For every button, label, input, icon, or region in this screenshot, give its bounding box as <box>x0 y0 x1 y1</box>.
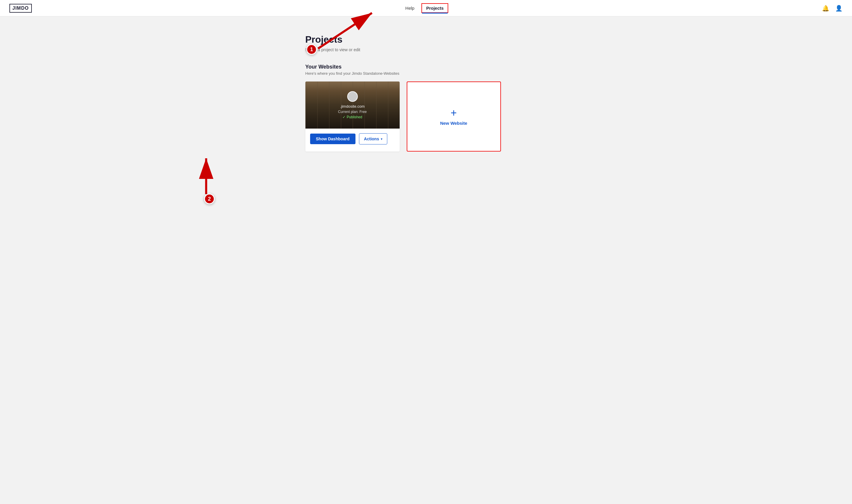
nav-projects[interactable]: Projects <box>421 3 448 13</box>
user-icon[interactable]: 👤 <box>835 5 842 12</box>
header-icons: 🔔 👤 <box>822 5 842 12</box>
chevron-down-icon: ▾ <box>381 138 382 141</box>
card-status: ✓ Published <box>343 115 362 119</box>
logo[interactable]: JIMDO <box>10 4 32 13</box>
plus-icon: + <box>451 108 457 118</box>
section-title: Your Websites <box>306 64 547 70</box>
card-thumbnail: .jimdosite.com Current plan: Free ✓ Publ… <box>306 82 400 129</box>
app-header: JIMDO Help Projects 🔔 👤 <box>0 0 852 17</box>
actions-button[interactable]: Actions ▾ <box>359 133 387 144</box>
header-nav: Help Projects <box>405 3 448 13</box>
websites-grid: .jimdosite.com Current plan: Free ✓ Publ… <box>306 82 547 151</box>
new-website-card[interactable]: + New Website <box>407 82 501 151</box>
page-title: Projects <box>306 34 547 45</box>
card-plan: Current plan: Free <box>338 110 367 114</box>
nav-help[interactable]: Help <box>405 5 414 11</box>
card-avatar <box>347 91 358 102</box>
card-domain: .jimdosite.com <box>340 104 365 109</box>
section-subtitle: Here's where you find your Jimdo Standal… <box>306 71 547 76</box>
website-card: .jimdosite.com Current plan: Free ✓ Publ… <box>306 82 400 151</box>
check-icon: ✓ <box>343 115 345 119</box>
bell-icon[interactable]: 🔔 <box>822 5 829 12</box>
page-subtitle: Select a project to view or edit <box>306 47 547 52</box>
show-dashboard-button[interactable]: Show Dashboard <box>310 133 355 144</box>
new-website-label: New Website <box>440 121 467 126</box>
card-actions: Show Dashboard Actions ▾ <box>306 129 400 149</box>
main-content: Projects Select a project to view or edi… <box>294 17 559 169</box>
annotation-badge-2: 2 <box>204 194 215 204</box>
